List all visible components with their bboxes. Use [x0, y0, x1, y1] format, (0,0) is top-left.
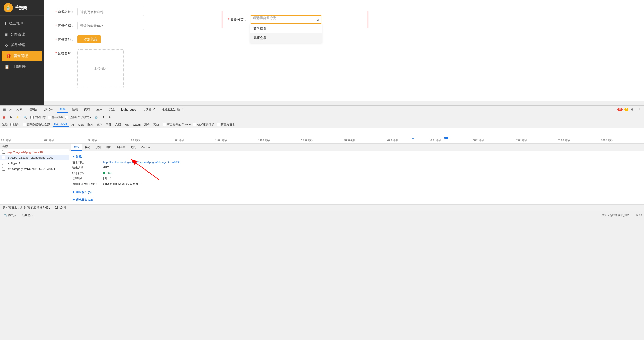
devtools-tab-network[interactable]: 网络 — [57, 106, 68, 113]
filter-fetch-xhr[interactable]: Fetch/XHR — [53, 122, 69, 127]
network-conditions-btn[interactable]: 📡 — [93, 115, 99, 119]
blocked-request-checkbox[interactable]: 被屏蔽的请求 — [193, 122, 214, 126]
category-option-children[interactable]: 儿童套餐 — [250, 33, 322, 43]
detail-tab-cookie[interactable]: Cookie — [139, 144, 153, 151]
detail-row-url: 请求网址： http://localhost/category/list?typ… — [72, 160, 641, 165]
network-item-checkbox-1[interactable] — [2, 150, 5, 154]
dishes-icon: 🍽 — [5, 43, 8, 48]
network-item-checkbox-4[interactable] — [2, 167, 5, 171]
devtools-tab-sources[interactable]: 源代码 — [42, 106, 56, 113]
image-upload-area[interactable]: 上传图片 — [77, 49, 124, 88]
filter-css[interactable]: CSS — [77, 122, 85, 127]
disable-cache-input[interactable] — [48, 116, 51, 119]
more-icon[interactable]: ⋮ — [637, 107, 642, 112]
network-item-1[interactable]: page?page=1&pageSize=10 — [0, 149, 69, 155]
general-section-header[interactable]: ▼ 常规 — [72, 155, 641, 159]
taskbar-new-feature-btn[interactable]: 新功能 ✕ — [20, 213, 36, 218]
sidebar-item-combos[interactable]: 🎁 套餐管理 — [2, 51, 42, 61]
throttle-checkbox[interactable]: 已停用节流模式 ▾ — [65, 115, 91, 119]
detail-key-method: 请求方法： — [72, 166, 103, 170]
request-headers-section[interactable]: ▶ 请求标头 (16) — [72, 198, 641, 202]
devtools-tab-security[interactable]: 安全 — [106, 106, 117, 113]
devtools-tab-perf-insights[interactable]: 性能数据分析 ↗ — [159, 106, 186, 113]
devtools-tab-lighthouse[interactable]: Lighthouse — [118, 107, 139, 112]
staff-icon: ℹ — [5, 21, 6, 26]
logo-icon: 🍵 — [4, 3, 13, 12]
detail-key-status: 状态代码： — [72, 171, 103, 175]
record-button[interactable]: ◉ — [2, 115, 6, 120]
network-item-4[interactable]: list?categoryId=139784426364237824 — [0, 166, 69, 172]
sidebar-item-staff[interactable]: ℹ 员工管理 — [0, 18, 44, 29]
error-badge: 18 — [617, 108, 623, 111]
elements-tab[interactable]: ⊡ — [2, 107, 7, 112]
detail-tab-headers[interactable]: 标头 — [71, 144, 82, 151]
third-party-checkbox[interactable]: 第三方请求 — [217, 122, 235, 126]
settings-icon[interactable]: ⚙ — [630, 107, 635, 112]
filter-ws[interactable]: WS — [123, 122, 130, 127]
network-item-checkbox-2[interactable] — [2, 156, 5, 159]
category-option-business[interactable]: 商务套餐 — [250, 24, 322, 33]
devtools-tab-memory[interactable]: 内存 — [82, 106, 93, 113]
filter-other[interactable]: 其他 — [152, 122, 160, 127]
response-headers-section[interactable]: ▶ 响应标头 (5) — [72, 190, 641, 194]
blocked-request-input[interactable] — [193, 123, 196, 126]
inspect-icon[interactable]: ↗ — [8, 107, 13, 112]
devtools-tab-performance[interactable]: 性能 — [69, 106, 81, 113]
invert-input[interactable] — [10, 123, 14, 126]
devtools-tab-application[interactable]: 应用 — [94, 106, 105, 113]
upload-text: 上传图片 — [94, 66, 107, 71]
disable-cache-checkbox[interactable]: 停用缓存 — [48, 115, 63, 119]
export-btn[interactable]: ⬇ — [107, 115, 112, 119]
devtools-tab-elements[interactable]: 元素 — [14, 106, 25, 113]
third-party-input[interactable] — [217, 123, 220, 126]
status-dot-icon — [103, 172, 105, 174]
filter-font[interactable]: 字体 — [105, 122, 113, 127]
hide-data-url-input[interactable] — [23, 123, 26, 126]
combo-name-input[interactable] — [77, 8, 144, 16]
import-btn[interactable]: ⬆ — [101, 115, 105, 119]
sidebar-item-category[interactable]: ⊞ 分类管理 — [0, 29, 44, 40]
filter-js[interactable]: JS — [70, 122, 76, 127]
search-button[interactable]: 🔍 — [23, 115, 28, 119]
sidebar-item-orders[interactable]: 📋 订单明细 — [0, 61, 44, 72]
filter-doc[interactable]: 文档 — [114, 122, 122, 127]
filter-img[interactable]: 图片 — [86, 122, 94, 127]
detail-row-method: 请求方法： GET — [72, 165, 641, 171]
detail-value-referrer: strict-origin-when-cross-origin — [103, 182, 140, 186]
status-code-text: 200 — [107, 171, 111, 174]
network-item-checkbox-3[interactable] — [2, 162, 5, 165]
network-item-3[interactable]: list?type=1 — [0, 160, 69, 166]
combo-price-input[interactable] — [77, 22, 144, 30]
hide-data-url-checkbox[interactable]: 隐藏数据地址 全部 — [23, 122, 50, 126]
taskbar-console-btn[interactable]: 🔧 控制台 — [2, 213, 19, 218]
filter-icon-button[interactable]: ⚡ — [15, 115, 21, 119]
app-container: 🍵 菩提阁 ℹ 员工管理 ⊞ 分类管理 🍽 菜品管理 🎁 套餐管 — [0, 0, 644, 340]
add-dish-button[interactable]: + 添加菜品 — [77, 35, 101, 43]
devtools-tab-console[interactable]: 控制台 — [26, 106, 41, 113]
detail-tab-initiator[interactable]: 启动器 — [114, 144, 128, 151]
detail-tab-payload[interactable]: 载荷 — [82, 144, 93, 151]
network-item-2[interactable]: list?type=2&page=1&pageSize=1000 — [0, 155, 69, 160]
category-select[interactable]: 请选择套餐分类 — [250, 15, 322, 24]
blocked-cookie-checkbox[interactable]: 有已拦截的 Cookie — [163, 122, 191, 126]
preserve-log-input[interactable] — [30, 116, 34, 119]
filter-manifest[interactable]: 清单 — [143, 122, 151, 127]
filter-wasm[interactable]: Wasm — [131, 122, 142, 127]
bottom-taskbar: 🔧 控制台 新功能 ✕ CSDN @吃饱饿坏_调差 14:00 — [0, 211, 644, 220]
category-dropdown-list: 商务套餐 儿童套餐 — [250, 24, 322, 43]
detail-tab-response[interactable]: 响应 — [104, 144, 114, 151]
sidebar-item-label-category: 分类管理 — [11, 32, 25, 37]
sidebar-item-label-orders: 订单明细 — [12, 64, 26, 69]
devtools-tab-recorder[interactable]: 记录器 ↗ — [140, 106, 158, 113]
invert-checkbox[interactable]: 反转 — [10, 122, 20, 126]
detail-panel: 标头 载荷 预览 响应 启动器 时间 Cookie ▼ 常规 请求网址： htt… — [69, 144, 644, 204]
sidebar-item-dishes[interactable]: 🍽 菜品管理 — [0, 40, 44, 51]
blocked-cookie-input[interactable] — [163, 123, 166, 126]
detail-tab-preview[interactable]: 预览 — [93, 144, 104, 151]
preserve-log-checkbox[interactable]: 保留日志 — [30, 115, 46, 119]
clear-button[interactable]: ⊘ — [8, 115, 13, 119]
filter-media[interactable]: 媒体 — [95, 122, 104, 127]
network-item-text-1: page?page=1&pageSize=10 — [7, 150, 43, 154]
detail-tab-timing[interactable]: 时间 — [128, 144, 139, 151]
throttle-input[interactable] — [65, 116, 68, 119]
